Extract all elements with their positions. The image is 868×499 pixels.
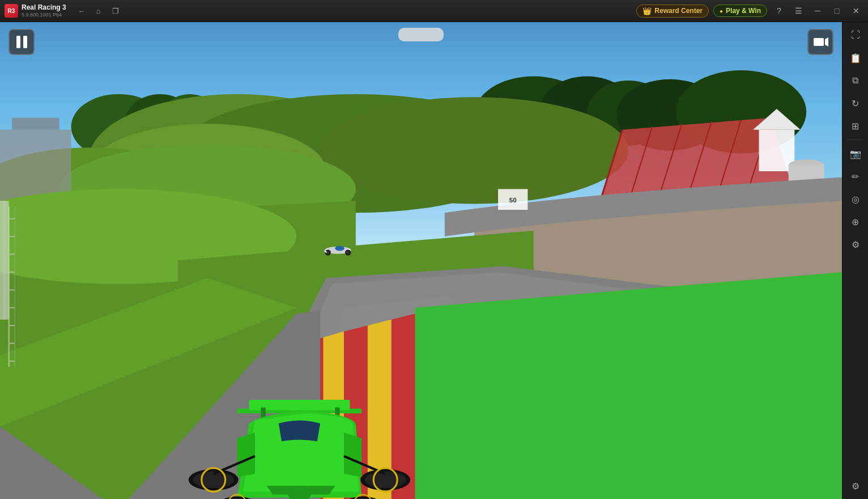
sidebar-tool-camera-tool[interactable]: 📷	[845, 143, 866, 164]
play-win-icon: ●	[720, 8, 723, 14]
app-icon-area: R3 Real Racing 3 5.9.600.1001 P64 ← ⌂ ❐	[0, 3, 123, 18]
app-icon: R3	[5, 4, 18, 18]
svg-marker-93	[825, 37, 828, 46]
racing-scene: 50	[0, 22, 842, 499]
nav-buttons: ← ⌂ ❐	[74, 3, 123, 18]
reward-center-button[interactable]: 👑 Reward Center	[636, 5, 709, 18]
speed-indicator	[398, 28, 444, 41]
sidebar-tool-fullscreen[interactable]: ⛶	[845, 24, 866, 46]
sidebar-tool-location-tool[interactable]: ◎	[845, 188, 866, 210]
pause-button[interactable]	[8, 29, 35, 55]
right-sidebar: ⛶📋⧉↻⊞📷✏◎⊕⚙⚙	[842, 22, 868, 499]
svg-rect-16	[12, 118, 59, 130]
sidebar-tool-table-tool[interactable]: ⊞	[845, 115, 866, 137]
svg-point-53	[335, 246, 344, 251]
sidebar-tool-settings-tool[interactable]: ⚙	[845, 234, 866, 255]
svg-point-61	[193, 472, 234, 488]
racing-scene-svg: 50	[0, 22, 842, 499]
record-button[interactable]	[807, 29, 833, 55]
svg-rect-33	[3, 201, 6, 319]
sidebar-tool-screenshot-tool[interactable]: 📋	[845, 47, 866, 69]
svg-point-62	[365, 472, 406, 488]
close-button[interactable]: ✕	[849, 3, 863, 18]
app-name: Real Racing 3	[22, 3, 66, 11]
sidebar-tool-macro-tool[interactable]: ⊕	[845, 211, 866, 232]
app-version: 5.9.600.1001 P64	[22, 12, 66, 18]
record-icon	[812, 34, 828, 50]
hud-center	[398, 28, 444, 41]
titlebar-right: 👑 Reward Center ● Play & Win ? ☰ ─ □ ✕	[636, 3, 868, 18]
reward-center-icon: 👑	[643, 7, 652, 15]
help-button[interactable]: ?	[772, 3, 786, 18]
sidebar-tool-layers[interactable]: ⧉	[845, 70, 866, 91]
svg-point-57	[346, 251, 350, 254]
pause-icon	[16, 36, 27, 48]
reward-center-label: Reward Center	[654, 7, 703, 15]
menu-button[interactable]: ☰	[791, 3, 806, 18]
maximize-button[interactable]: □	[829, 3, 844, 18]
sidebar-divider	[847, 139, 864, 140]
game-viewport[interactable]: 50	[0, 22, 842, 499]
windows-button[interactable]: ❐	[108, 3, 123, 18]
minimize-button[interactable]: ─	[810, 3, 825, 18]
play-win-button[interactable]: ● Play & Win	[713, 5, 767, 17]
sidebar-tool-pencil-tool[interactable]: ✏	[845, 166, 866, 187]
sidebar-tool-settings[interactable]: ⚙	[845, 475, 866, 497]
main-content: 50 ⛶📋⧉↻⊞📷✏◎⊕⚙⚙	[0, 22, 868, 499]
titlebar: R3 Real Racing 3 5.9.600.1001 P64 ← ⌂ ❐ …	[0, 0, 868, 22]
svg-text:50: 50	[509, 197, 517, 204]
back-button[interactable]: ←	[74, 3, 89, 18]
app-title-block: Real Racing 3 5.9.600.1001 P64	[22, 3, 66, 18]
play-win-label: Play & Win	[726, 7, 761, 15]
svg-rect-92	[814, 38, 824, 46]
home-button[interactable]: ⌂	[91, 3, 106, 18]
sidebar-tool-refresh[interactable]: ↻	[845, 92, 866, 114]
pause-bar-right	[23, 36, 27, 48]
svg-point-11	[320, 97, 628, 204]
pause-bar-left	[16, 36, 20, 48]
svg-marker-37	[415, 272, 842, 499]
